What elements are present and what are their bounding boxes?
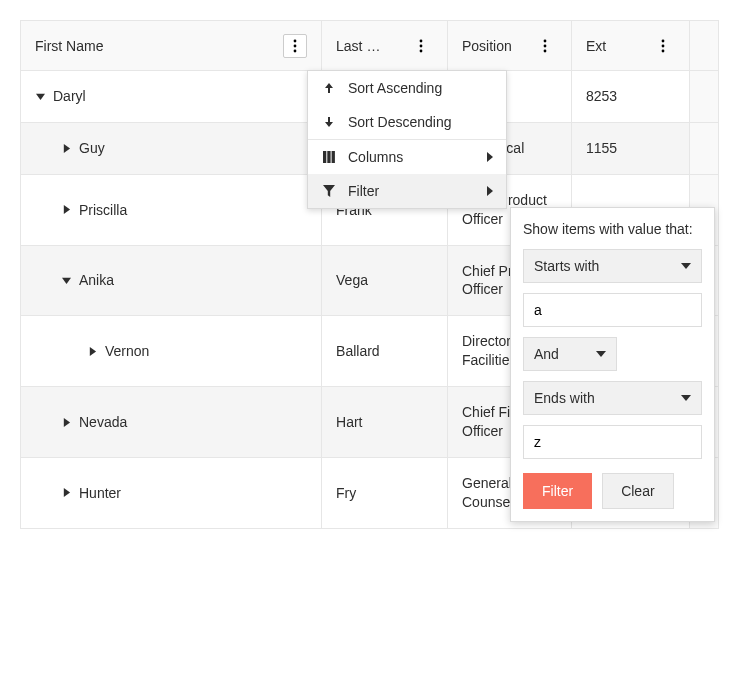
svg-point-3 [420,39,423,42]
cell-ext: 8253 [572,71,690,122]
svg-rect-14 [332,151,335,163]
svg-point-8 [544,49,547,52]
svg-point-4 [420,44,423,47]
filter-logic[interactable]: And [523,337,617,371]
collapse-icon[interactable] [61,275,71,285]
expand-icon[interactable] [61,417,71,427]
first-name-text: Priscilla [79,202,127,218]
cell-first-name: Priscilla [21,175,322,245]
menu-filter[interactable]: Filter [308,174,506,208]
cell-ext: 1155 [572,123,690,174]
dropdown-value: Ends with [534,390,595,406]
column-header-first-name[interactable]: First Name [21,21,322,70]
svg-point-0 [294,39,297,42]
menu-columns[interactable]: Columns [308,139,506,174]
header-row: First Name Last … Position Ext [21,21,718,71]
filter-operator-2[interactable]: Ends with [523,381,702,415]
first-name-text: Vernon [105,343,149,359]
expand-icon[interactable] [61,205,71,215]
column-menu-trigger-ext[interactable] [651,34,675,58]
first-name-text: Daryl [53,88,86,104]
svg-point-1 [294,44,297,47]
filter-value-1[interactable] [523,293,702,327]
menu-label: Filter [348,183,379,199]
column-header-ext[interactable]: Ext [572,21,690,70]
column-menu-trigger-last-name[interactable] [409,34,433,58]
column-label: Last … [336,38,409,54]
expand-icon[interactable] [61,143,71,153]
column-header-position[interactable]: Position [448,21,572,70]
column-label: Ext [586,38,651,54]
scroll-gutter [690,123,718,174]
scroll-gutter [690,71,718,122]
cell-first-name: Hunter [21,458,322,528]
menu-sort-descending[interactable]: Sort Descending [308,105,506,139]
svg-point-10 [662,44,665,47]
cell-first-name: Vernon [21,316,322,386]
first-name-text: Nevada [79,414,127,430]
svg-point-6 [544,39,547,42]
menu-sort-ascending[interactable]: Sort Ascending [308,71,506,105]
scroll-gutter-header [690,21,718,70]
column-menu-trigger-first-name[interactable] [283,34,307,58]
filter-icon [320,184,338,198]
cell-first-name: Nevada [21,387,322,457]
svg-point-9 [662,39,665,42]
menu-label: Columns [348,149,403,165]
svg-point-11 [662,49,665,52]
cell-last-name: Fry [322,458,448,528]
arrow-up-icon [320,81,338,95]
first-name-text: Guy [79,140,105,156]
chevron-down-icon [681,258,691,274]
first-name-text: Hunter [79,485,121,501]
filter-value-2[interactable] [523,425,702,459]
expand-icon[interactable] [61,488,71,498]
svg-rect-13 [327,151,330,163]
svg-point-5 [420,49,423,52]
dropdown-value: Starts with [534,258,599,274]
column-label: First Name [35,38,283,54]
filter-popup: Show items with value that: Starts with … [510,207,715,522]
cell-last-name: Vega [322,246,448,316]
menu-label: Sort Descending [348,114,452,130]
chevron-down-icon [596,346,606,362]
cell-last-name: Ballard [322,316,448,386]
expand-icon[interactable] [87,346,97,356]
cell-first-name: Daryl [21,71,322,122]
svg-point-7 [544,44,547,47]
filter-apply-button[interactable]: Filter [523,473,592,509]
svg-rect-12 [323,151,326,163]
column-header-last-name[interactable]: Last … [322,21,448,70]
column-menu: Sort Ascending Sort Descending Columns F… [307,70,507,209]
menu-label: Sort Ascending [348,80,442,96]
chevron-right-icon [486,149,494,165]
filter-clear-button[interactable]: Clear [602,473,673,509]
cell-first-name: Guy [21,123,322,174]
filter-operator-1[interactable]: Starts with [523,249,702,283]
dropdown-value: And [534,346,559,362]
columns-icon [320,150,338,164]
svg-point-2 [294,49,297,52]
column-label: Position [462,38,533,54]
chevron-down-icon [681,390,691,406]
cell-first-name: Anika [21,246,322,316]
chevron-right-icon [486,183,494,199]
filter-hint: Show items with value that: [523,220,702,239]
collapse-icon[interactable] [35,91,45,101]
column-menu-trigger-position[interactable] [533,34,557,58]
first-name-text: Anika [79,272,114,288]
cell-last-name: Hart [322,387,448,457]
arrow-down-icon [320,115,338,129]
